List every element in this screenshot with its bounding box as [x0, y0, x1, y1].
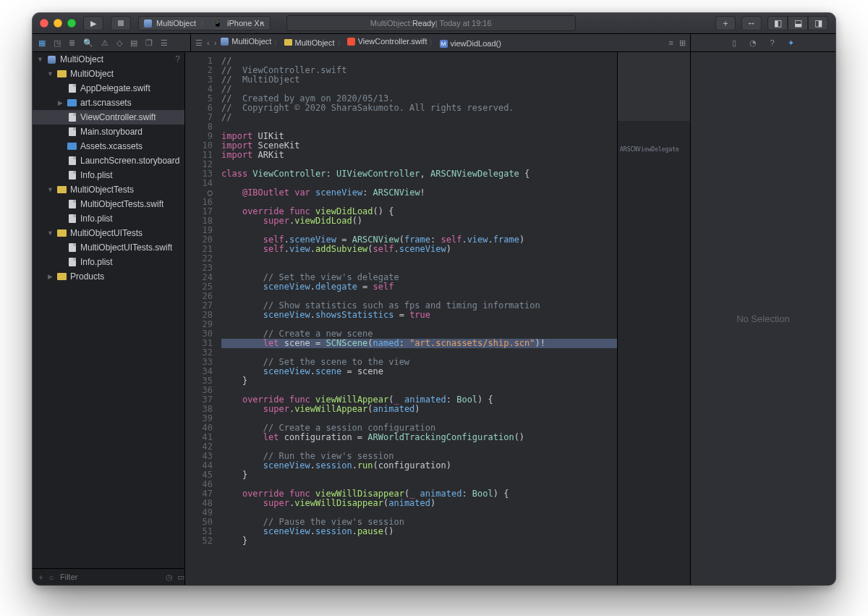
find-navigator-icon[interactable]: 🔍	[83, 38, 93, 48]
disclosure-icon[interactable]: ▼	[47, 70, 54, 77]
go-forward-icon[interactable]: ›	[214, 38, 217, 47]
breadcrumb-item[interactable]: MultiObject	[221, 37, 271, 46]
line-number[interactable]: 52	[185, 536, 213, 546]
code-line[interactable]: sceneView.showsStatistics = true	[221, 311, 617, 320]
tree-row[interactable]: ▶art.scnassets	[33, 96, 184, 110]
source-editor[interactable]: 1234567891011121314○16171819202122232425…	[185, 52, 690, 585]
code-line[interactable]: sceneView.session.pause()	[221, 527, 617, 536]
disclosure-icon[interactable]: ▶	[57, 99, 64, 106]
code-line[interactable]: // Copyright © 2020 SharaSakumoto. All r…	[221, 104, 617, 113]
tree-label: Info.plist	[80, 214, 113, 224]
tree-row[interactable]: ▼MultiObjectTests	[33, 182, 184, 197]
tree-label: Info.plist	[80, 257, 113, 267]
code-line[interactable]: let configuration = ARWorldTrackingConfi…	[221, 433, 617, 442]
disclosure-icon[interactable]: ▶	[47, 273, 54, 280]
symbol-navigator-icon[interactable]: ≣	[69, 38, 75, 48]
tree-row[interactable]: Assets.xcassets	[33, 139, 184, 153]
code-line[interactable]	[221, 254, 617, 263]
toggle-navigator-button[interactable]: ◧	[767, 16, 788, 30]
breadcrumb-item[interactable]: MviewDidLoad()	[440, 39, 501, 48]
inspector-selector: ▯ ◔ ? ✦	[690, 34, 835, 51]
code-content[interactable]: //// ViewController.swift// MultiObject/…	[218, 52, 617, 585]
tree-row[interactable]: LaunchScreen.storyboard	[33, 153, 184, 168]
tree-row[interactable]: Main.storyboard	[33, 125, 184, 139]
code-line[interactable]: sceneView.delegate = self	[221, 282, 617, 292]
code-line[interactable]: super.viewDidLoad()	[221, 216, 617, 226]
code-line[interactable]: super.viewWillDisappear(animated)	[221, 499, 617, 508]
breadcrumb-item[interactable]: ViewController.swift	[347, 37, 427, 46]
tree-row[interactable]: MultiObjectTests.swift	[33, 197, 184, 211]
breadcrumb-item[interactable]: MultiObject	[284, 38, 335, 47]
tree-row[interactable]: ▼MultiObject	[33, 67, 184, 81]
zoom-window-button[interactable]	[67, 19, 76, 28]
issue-navigator-icon[interactable]: ⚠	[101, 38, 109, 48]
file-icon	[67, 170, 77, 181]
debug-navigator-icon[interactable]: ▤	[130, 38, 137, 48]
line-gutter[interactable]: 1234567891011121314○16171819202122232425…	[185, 52, 218, 585]
scheme-selector[interactable]: MultiObject 〉 📱 iPhone Xʀ	[138, 16, 271, 30]
code-line[interactable]: super.viewWillAppear(animated)	[221, 405, 617, 414]
source-control-navigator-icon[interactable]: ◳	[54, 38, 61, 48]
report-navigator-icon[interactable]: ☰	[161, 38, 168, 48]
toggle-debug-area-button[interactable]: ⬓	[788, 16, 808, 30]
minimize-window-button[interactable]	[54, 19, 62, 28]
tree-row[interactable]: ▼MultiObject?	[33, 52, 184, 67]
run-button[interactable]: ▶	[83, 16, 103, 30]
tree-row[interactable]: MultiObjectUITests.swift	[33, 240, 184, 255]
toggle-inspector-button[interactable]: ◨	[808, 16, 828, 30]
test-navigator-icon[interactable]: ◇	[116, 38, 122, 48]
window-traffic-lights[interactable]	[40, 19, 76, 28]
code-line[interactable]: //	[221, 113, 617, 122]
minimap[interactable]: ARSCNViewDelegate	[617, 52, 690, 585]
stop-button[interactable]	[111, 16, 131, 30]
close-window-button[interactable]	[40, 19, 48, 28]
adjust-editor-options-icon[interactable]: ≡	[669, 38, 673, 47]
code-line[interactable]: @IBOutlet var sceneView: ARSCNView!	[221, 188, 617, 198]
tree-label: LaunchScreen.storyboard	[80, 156, 179, 166]
library-button[interactable]: ＋	[715, 16, 736, 30]
code-line[interactable]: }	[221, 471, 617, 480]
code-review-button[interactable]: ↔	[741, 16, 762, 30]
code-line[interactable]: let scene = SCNScene(named: "art.scnasse…	[221, 339, 617, 348]
disclosure-icon[interactable]: ▼	[47, 229, 54, 237]
tree-row[interactable]: AppDelegate.swift	[33, 81, 184, 96]
code-line[interactable]: self.view.addSubview(self.sceneView)	[221, 245, 617, 254]
folder-icon	[56, 271, 67, 282]
add-editor-icon[interactable]: ⊞	[679, 38, 686, 48]
filter-input[interactable]	[59, 572, 161, 582]
file-tree[interactable]: ▼MultiObject?▼MultiObjectAppDelegate.swi…	[33, 52, 184, 568]
add-target-icon[interactable]: ＋	[37, 572, 45, 583]
tree-row[interactable]: ▼MultiObjectUITests	[33, 226, 184, 240]
related-items-icon[interactable]: ☰	[195, 38, 203, 48]
recent-filter-icon[interactable]: ◷	[166, 573, 173, 582]
disclosure-icon[interactable]: ▼	[47, 186, 54, 193]
help-inspector-icon[interactable]: ?	[770, 38, 774, 47]
app-icon	[46, 54, 57, 65]
history-inspector-icon[interactable]: ◔	[749, 38, 757, 48]
jump-bar[interactable]: ☰ ‹ › MultiObject 〉 MultiObject 〉 ViewCo…	[191, 34, 669, 51]
code-line[interactable]: class ViewController: UIViewController, …	[221, 169, 617, 179]
minimap-viewport[interactable]	[618, 52, 690, 121]
code-line[interactable]: // MultiObject	[221, 75, 617, 85]
status-time: | Today at 19:16	[435, 19, 492, 28]
code-line[interactable]: sceneView.scene = scene	[221, 367, 617, 376]
tree-row[interactable]: ViewController.swift	[33, 110, 184, 125]
breadcrumb[interactable]: MultiObject 〉 MultiObject 〉 ViewControll…	[221, 37, 501, 48]
file-inspector-icon[interactable]: ▯	[732, 38, 736, 48]
breakpoint-navigator-icon[interactable]: ❐	[145, 38, 153, 48]
tree-row[interactable]: ▶Products	[33, 269, 184, 284]
scm-status-badge: ?	[175, 54, 180, 64]
file-icon	[67, 214, 77, 224]
attributes-inspector-icon[interactable]: ✦	[788, 38, 794, 48]
code-line[interactable]: import ARKit	[221, 151, 617, 160]
go-back-icon[interactable]: ‹	[207, 38, 210, 47]
code-line[interactable]: sceneView.session.run(configuration)	[221, 461, 617, 471]
code-line[interactable]: }	[221, 376, 617, 386]
tree-row[interactable]: Info.plist	[33, 211, 184, 226]
disclosure-icon[interactable]: ▼	[37, 56, 43, 63]
tree-row[interactable]: Info.plist	[33, 255, 184, 269]
tree-row[interactable]: Info.plist	[33, 168, 184, 182]
code-line[interactable]: }	[221, 536, 617, 546]
scm-filter-icon[interactable]: ▭	[177, 573, 184, 582]
project-navigator-icon[interactable]: ▦	[38, 38, 46, 48]
